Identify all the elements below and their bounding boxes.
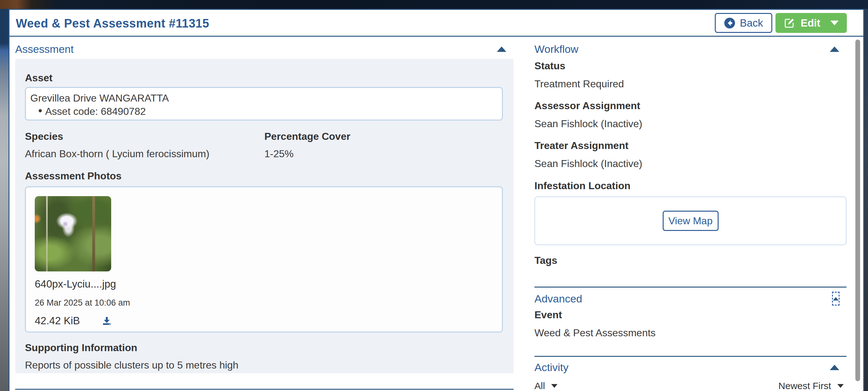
activity-sort-value: Newest First (778, 381, 831, 391)
photo-filename: 640px-Lyciu....jpg (35, 278, 493, 290)
activity-filter-value: All (534, 381, 545, 391)
view-map-button[interactable]: View Map (663, 211, 719, 231)
activity-section-title[interactable]: Activity (534, 361, 568, 373)
workflow-section-title[interactable]: Workflow (534, 43, 578, 55)
download-icon[interactable] (102, 316, 111, 325)
photo-date: 26 Mar 2025 at 10:06 am (35, 298, 493, 308)
cover-value: 1-25% (265, 148, 503, 160)
assessor-assignment-label: Assessor Assignment (534, 100, 846, 112)
status-label: Status (534, 60, 846, 72)
photos-label: Assessment Photos (25, 170, 503, 182)
infestation-location-label: Infestation Location (534, 180, 846, 192)
header-buttons: Back Edit (715, 13, 847, 33)
activity-controls: All Newest First (534, 379, 846, 391)
advanced-expand-icon[interactable] (832, 292, 840, 306)
assessment-detail-window: Weed & Pest Assessment #11315 Back Edit (8, 9, 864, 391)
backdrop-right-strip (864, 9, 868, 391)
supporting-information-label: Supporting Information (25, 342, 503, 354)
left-section-divider (15, 389, 514, 390)
treater-assignment-label: Treater Assignment (534, 140, 846, 151)
page-title: Weed & Pest Assessment #11315 (16, 17, 209, 30)
edit-button-label: Edit (801, 17, 820, 29)
infestation-location-map-area: View Map (534, 196, 846, 245)
assessment-column: Assessment Asset Grevillea Drive WANGARA… (15, 38, 514, 390)
back-arrow-icon (724, 18, 735, 29)
tags-label: Tags (534, 255, 846, 267)
page-header: Weed & Pest Assessment #11315 Back Edit (9, 10, 863, 37)
cover-column-header: Percentage Cover (265, 131, 503, 142)
advanced-section-header: Advanced (534, 292, 846, 306)
vertical-scrollbar-thumb[interactable] (856, 39, 860, 381)
asset-code: Asset code: 68490782 (30, 106, 496, 117)
activity-collapse-icon[interactable] (830, 365, 839, 370)
back-button[interactable]: Back (715, 13, 772, 33)
photo-size: 42.42 KiB (35, 315, 80, 327)
activity-section-divider (534, 356, 846, 357)
backdrop-top-bar (0, 0, 868, 9)
workflow-column: Workflow Status Treatment Required Asses… (534, 38, 846, 391)
asset-name: Grevillea Drive WANGARATTA (30, 92, 496, 104)
edit-button[interactable]: Edit (775, 13, 847, 33)
activity-sort-select[interactable]: Newest First (778, 381, 844, 391)
supporting-information-value: Reports of possible clusters up to 5 met… (25, 359, 503, 371)
photos-card: 640px-Lyciu....jpg 26 Mar 2025 at 10:06 … (25, 186, 503, 333)
edit-pencil-icon (784, 18, 795, 29)
assessment-collapse-icon[interactable] (497, 47, 506, 52)
advanced-expand-triangle-icon (833, 297, 839, 301)
activity-sort-caret-icon (837, 384, 844, 388)
assessor-assignment-value: Sean Fishlock (Inactive) (534, 118, 846, 130)
workflow-collapse-icon[interactable] (830, 47, 839, 52)
workflow-section-header: Workflow (534, 42, 846, 56)
event-value: Weed & Pest Assessments (534, 327, 846, 339)
species-column-header: Species (25, 131, 265, 142)
edit-dropdown-caret-icon[interactable] (830, 21, 839, 25)
advanced-section-divider (534, 287, 846, 287)
species-table: Species Percentage Cover African Box-tho… (25, 131, 503, 160)
asset-label: Asset (25, 72, 503, 84)
assessment-section-header: Assessment (15, 42, 514, 56)
photo-size-row: 42.42 KiB (35, 315, 111, 327)
event-label: Event (534, 309, 846, 321)
treater-assignment-value: Sean Fishlock (Inactive) (534, 158, 846, 170)
advanced-section-title[interactable]: Advanced (534, 292, 582, 305)
activity-section-header: Activity (534, 360, 846, 374)
back-button-label: Back (740, 17, 763, 29)
activity-filter-select[interactable]: All (534, 381, 558, 391)
assessment-section-title[interactable]: Assessment (15, 43, 73, 55)
asset-card: Grevillea Drive WANGARATTA Asset code: 6… (25, 87, 503, 120)
photo-thumbnail[interactable] (35, 196, 111, 272)
status-value: Treatment Required (534, 78, 846, 90)
backdrop-left-strip (0, 9, 8, 391)
activity-filter-caret-icon (551, 384, 558, 388)
assessment-panel: Asset Grevillea Drive WANGARATTA Asset c… (15, 59, 514, 373)
species-value: African Box-thorn ( Lycium ferocissimum) (25, 148, 265, 160)
